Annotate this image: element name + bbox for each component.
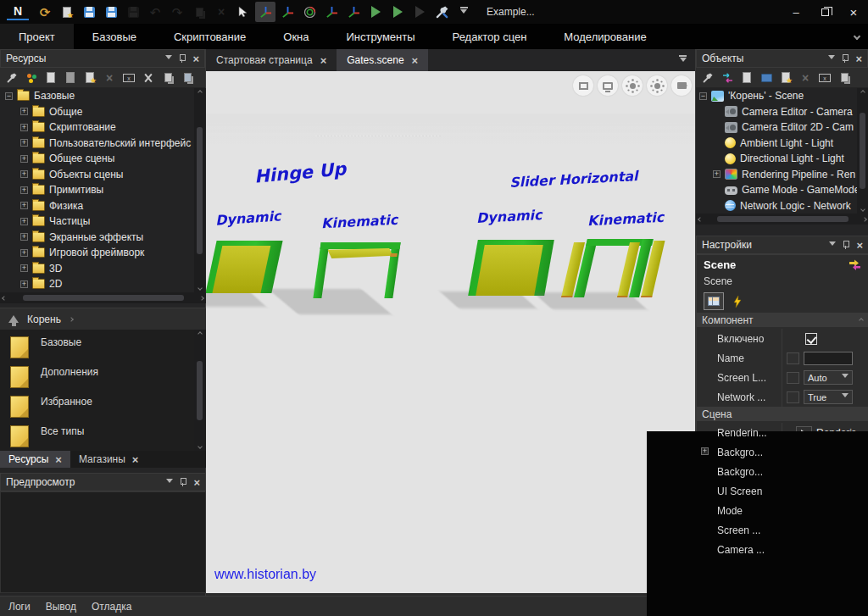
- tree-item[interactable]: Camera Editor 2D - Cam: [696, 119, 868, 136]
- tab-events[interactable]: [727, 292, 748, 310]
- tree-item[interactable]: +Примитивы: [0, 182, 206, 198]
- dropdown[interactable]: Un...: [804, 523, 853, 537]
- scene-watermark-text[interactable]: www.historian.by: [214, 567, 316, 582]
- tree-item[interactable]: +Экранные эффекты: [0, 230, 206, 246]
- scene-viewport[interactable]: H4H5H6H7H8H1H2H3H4H5H6H7H8H1H2H3H4H5H6H7…: [206, 71, 695, 593]
- gate-hinge-dynamic[interactable]: [211, 241, 277, 293]
- dock-tab-Магазины[interactable]: Магазины×: [70, 451, 147, 468]
- save-icon[interactable]: [79, 2, 99, 22]
- undo-icon[interactable]: ↶: [145, 2, 165, 22]
- scene-text-label[interactable]: Slider Horizontal: [509, 168, 638, 191]
- gate-slider-kinematic[interactable]: [568, 239, 663, 297]
- text-input[interactable]: [804, 352, 853, 365]
- tree-item[interactable]: −'Корень' - Scene: [696, 88, 868, 104]
- save-all-icon[interactable]: [123, 2, 143, 22]
- dropdown[interactable]: 3D: [804, 503, 853, 518]
- menu-item-7[interactable]: Моделирование: [545, 24, 665, 49]
- tabs-overflow-icon[interactable]: [679, 55, 687, 65]
- statusbar-item-Вывод[interactable]: Вывод: [46, 601, 76, 613]
- cut-icon[interactable]: [140, 69, 157, 86]
- tab-properties[interactable]: [704, 292, 724, 310]
- select-frame-icon[interactable]: x: [120, 69, 137, 86]
- list-item[interactable]: Дополнения: [0, 359, 206, 389]
- pin-icon[interactable]: [843, 241, 849, 249]
- expander-icon[interactable]: +: [20, 155, 28, 163]
- close-icon[interactable]: ×: [192, 53, 199, 64]
- transform-tool-icon[interactable]: [343, 2, 364, 22]
- redo-icon[interactable]: ↷: [167, 2, 187, 22]
- refresh-icon[interactable]: ⟳: [35, 2, 55, 22]
- close-icon[interactable]: ×: [855, 53, 862, 64]
- panel-menu-chevron-icon[interactable]: [165, 55, 172, 63]
- expander-icon[interactable]: +: [701, 447, 709, 455]
- default-box[interactable]: [787, 352, 799, 364]
- list-item[interactable]: Базовые: [0, 330, 206, 359]
- toolbar-overflow-icon[interactable]: [453, 2, 474, 22]
- scene-text-label[interactable]: Kinematic: [587, 209, 665, 230]
- tools-wrench-icon[interactable]: [431, 2, 452, 22]
- import-resource-icon[interactable]: [62, 69, 79, 86]
- tree-item[interactable]: +Частицы: [0, 214, 206, 230]
- sun-brightness-2-icon[interactable]: [647, 75, 667, 96]
- menu-item-2[interactable]: Базовые: [74, 24, 155, 49]
- gate-slider-dynamic[interactable]: [473, 240, 549, 296]
- play-solo-icon[interactable]: [387, 2, 408, 22]
- move-snap-icon[interactable]: [277, 2, 298, 22]
- delete-icon[interactable]: ×: [211, 2, 231, 22]
- default-box[interactable]: [787, 466, 799, 478]
- scene-text-label[interactable]: Dynamic: [476, 207, 542, 226]
- panel-menu-chevron-icon[interactable]: [829, 241, 836, 249]
- expander-icon[interactable]: −: [5, 92, 13, 100]
- delete-icon[interactable]: ×: [797, 69, 814, 86]
- close-icon[interactable]: ×: [320, 55, 327, 66]
- sun-brightness-icon[interactable]: [622, 75, 643, 96]
- settings-wrench-icon[interactable]: [3, 69, 20, 86]
- tree-item[interactable]: Ambient Light - Light: [696, 136, 868, 152]
- section-header[interactable]: Компонент: [697, 313, 868, 327]
- new-resource-icon[interactable]: ★: [777, 69, 794, 86]
- close-icon[interactable]: ×: [132, 454, 139, 465]
- select-cursor-icon[interactable]: [233, 2, 253, 22]
- tree-item[interactable]: +Скриптование: [0, 119, 206, 136]
- hierarchy-icon[interactable]: [719, 69, 736, 86]
- close-button[interactable]: ×: [839, 0, 868, 24]
- dropdown[interactable]: Auto: [804, 370, 853, 385]
- copy-icon[interactable]: [836, 69, 853, 86]
- info-button[interactable]: Info: [710, 562, 787, 582]
- close-icon[interactable]: ×: [856, 240, 863, 251]
- border-select-icon[interactable]: [573, 75, 593, 96]
- tree-item[interactable]: +Физика: [0, 198, 206, 214]
- close-icon[interactable]: ×: [412, 55, 419, 66]
- resources-tree-scrollbar[interactable]: [194, 88, 205, 292]
- tree-item[interactable]: Network Logic - Network: [696, 198, 868, 214]
- edit-document-icon[interactable]: [42, 69, 59, 86]
- tree-item[interactable]: +Общее сцены: [0, 151, 206, 167]
- objects-tree-hscrollbar[interactable]: [696, 214, 868, 225]
- save-as-icon[interactable]: [101, 2, 121, 22]
- menu-item-3[interactable]: Скриптование: [155, 24, 264, 49]
- delete-icon[interactable]: ×: [101, 69, 118, 86]
- expander-icon[interactable]: +: [20, 139, 28, 147]
- color-swatch[interactable]: [838, 446, 852, 459]
- collapse-chevron-icon[interactable]: [859, 318, 864, 323]
- menu-item-6[interactable]: Редактор сцен: [434, 24, 546, 49]
- paste-icon[interactable]: [179, 69, 196, 86]
- copy-icon[interactable]: [159, 69, 176, 86]
- new-resource-icon[interactable]: ★: [81, 69, 98, 86]
- pin-icon[interactable]: [180, 478, 186, 486]
- expander-icon[interactable]: +: [20, 170, 28, 178]
- statusbar-item-Отладка[interactable]: Отладка: [92, 601, 131, 613]
- tree-item[interactable]: Directional Light - Light: [696, 151, 868, 167]
- expander-icon[interactable]: +: [20, 280, 28, 288]
- panel-menu-chevron-icon[interactable]: [166, 479, 173, 486]
- settings-scroll-down-icon[interactable]: [860, 543, 864, 555]
- pin-icon[interactable]: [842, 54, 849, 63]
- play-icon[interactable]: [365, 2, 386, 22]
- value-field[interactable]: 1 1: [804, 446, 834, 459]
- types-palette-icon[interactable]: [23, 69, 40, 86]
- duplicate-icon[interactable]: [189, 2, 209, 22]
- default-box[interactable]: [787, 391, 799, 403]
- value-field[interactable]: 1: [804, 465, 851, 479]
- statusbar-item-Логи[interactable]: Логи: [8, 601, 31, 613]
- default-box[interactable]: [787, 372, 799, 384]
